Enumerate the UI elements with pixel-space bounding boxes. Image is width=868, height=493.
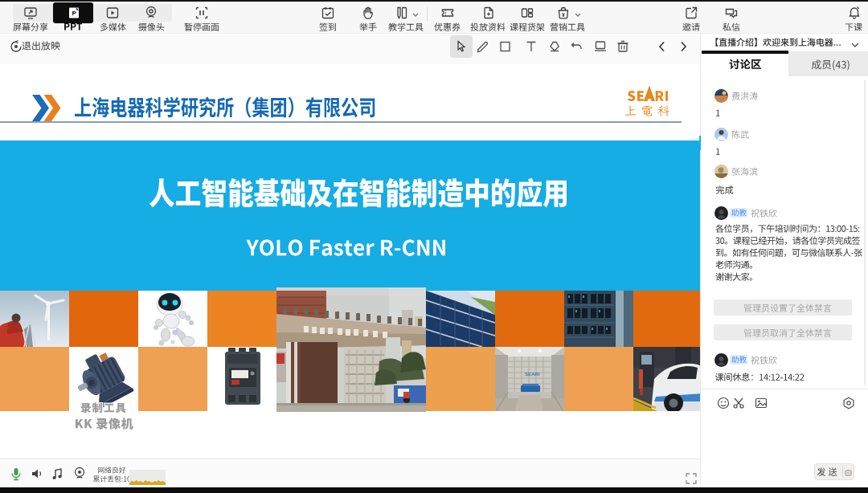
svg-text:SEARI: SEARI [525,372,540,377]
svg-text:P: P [72,10,77,17]
